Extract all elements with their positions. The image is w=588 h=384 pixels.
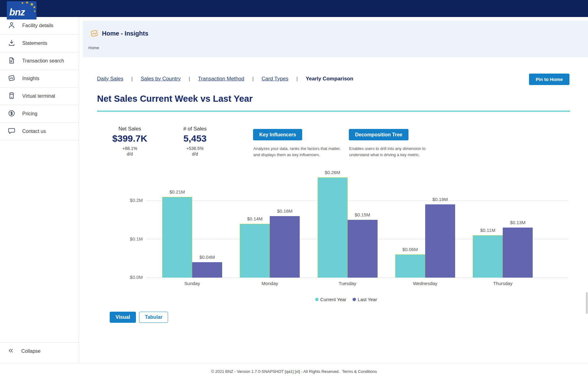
pricing-icon: [8, 109, 15, 118]
page-header: Home - Insights Home: [83, 21, 588, 57]
sidebar-item-transaction-search[interactable]: Transaction search: [0, 52, 79, 70]
sidebar: Facility detailsStatementsTransaction se…: [0, 17, 79, 363]
tab-separator: [296, 76, 298, 82]
bar-last-year-thursday[interactable]: [503, 228, 533, 278]
kpi-number-of-sales: # of Sales 5,453 +536.5% d/d: [166, 126, 224, 156]
page-title: Net Sales Current Week vs Last Year: [97, 94, 252, 104]
sidebar-item-label: Facility details: [22, 23, 53, 28]
sidebar-item-label: Pricing: [22, 111, 37, 117]
decomposition-tree-description: Enables users to drill into any dimensio…: [349, 146, 439, 158]
bar-current-year-thursday[interactable]: [473, 235, 503, 278]
bar-last-year-monday[interactable]: [270, 216, 300, 278]
y-axis-tick-label: $0.0M: [130, 275, 143, 280]
bar-current-year-wednesday[interactable]: [395, 254, 425, 278]
kpi-label: Net Sales: [100, 126, 159, 132]
bar-last-year-tuesday[interactable]: [348, 220, 378, 278]
statements-icon: [8, 39, 15, 48]
sidebar-item-label: Insights: [22, 76, 39, 81]
bar-current-year-monday[interactable]: [240, 224, 270, 278]
logo-star-icon: ★: [25, 1, 29, 4]
sidebar-item-label: Contact us: [22, 129, 46, 134]
collapse-label: Collapse: [21, 348, 40, 354]
view-toggle: Visual Tabular: [110, 312, 168, 323]
footer-copyright-text: © 2021 BNZ - Version 1.7.0-SNAPSHOT [qa1…: [211, 369, 340, 374]
legend-dot-icon: [353, 298, 356, 301]
bnz-logo-text: bnz: [9, 7, 25, 18]
tab-yearly-comparison[interactable]: Yearly Comparison: [306, 76, 353, 82]
sidebar-item-insights[interactable]: Insights: [0, 70, 79, 87]
terms-and-conditions-link[interactable]: Terms & Conditions: [342, 369, 377, 374]
bar-value-label: $0.11M: [469, 228, 506, 233]
pin-to-home-button[interactable]: Pin to Home: [529, 74, 569, 85]
chart-legend: Current YearLast Year: [121, 297, 572, 302]
sidebar-item-label: Transaction search: [22, 58, 64, 64]
legend-label: Last Year: [358, 297, 377, 302]
sidebar-item-contact-us[interactable]: Contact us: [0, 123, 79, 140]
kpi-label: # of Sales: [166, 126, 224, 132]
description-line: understand what is driving a key metric.: [349, 152, 439, 158]
scrollbar-thumb[interactable]: [586, 292, 588, 314]
kpi-period: d/d: [100, 151, 159, 156]
bar-value-label: $0.13M: [499, 220, 536, 225]
description-line: Enables users to drill into any dimensio…: [349, 146, 439, 152]
tab-daily-sales[interactable]: Daily Sales: [97, 76, 123, 82]
x-axis-category-label: Wednesday: [395, 281, 455, 286]
chart-plot: $0.21M$0.04MSunday$0.14M$0.16MMonday$0.2…: [146, 160, 569, 278]
kpi-delta: +88.1%: [100, 146, 159, 151]
kpi-value: $399.7K: [100, 133, 159, 144]
tab-separator: [131, 76, 133, 82]
sidebar-item-facility-details[interactable]: Facility details: [0, 17, 79, 35]
sidebar-item-pricing[interactable]: Pricing: [0, 105, 79, 123]
sidebar-item-virtual-terminal[interactable]: Virtual terminal: [0, 87, 79, 105]
sidebar-item-label: Virtual terminal: [22, 93, 55, 99]
yearly-comparison-bar-chart: $0.0M$0.1M$0.2M $0.21M$0.04MSunday$0.14M…: [121, 160, 572, 312]
x-axis-category-label: Tuesday: [318, 281, 378, 286]
tabular-view-button[interactable]: Tabular: [139, 312, 168, 323]
bar-current-year-sunday[interactable]: [162, 197, 192, 278]
terminal-icon: [8, 92, 15, 101]
legend-item-current-year[interactable]: Current Year: [315, 297, 346, 302]
bar-value-label: $0.21M: [159, 189, 196, 194]
bar-value-label: $0.19M: [421, 197, 459, 202]
breadcrumb[interactable]: Home: [88, 45, 99, 50]
tab-transaction-method[interactable]: Transaction Method: [198, 76, 244, 82]
legend-dot-icon: [315, 298, 319, 301]
legend-item-last-year[interactable]: Last Year: [353, 297, 377, 302]
contact-icon: [8, 127, 15, 136]
bar-current-year-tuesday[interactable]: [318, 177, 348, 278]
sidebar-collapse-button[interactable]: Collapse: [0, 342, 79, 360]
bar-value-label: $0.06M: [391, 247, 429, 252]
logo-star-icon: ★: [21, 2, 24, 5]
x-axis-category-label: Sunday: [162, 281, 222, 286]
decomposition-tree-button[interactable]: Decomposition Tree: [349, 129, 408, 140]
footer: © 2021 BNZ - Version 1.7.0-SNAPSHOT [qa1…: [0, 363, 588, 384]
kpi-period: d/d: [166, 151, 224, 156]
visual-view-button[interactable]: Visual: [110, 312, 136, 323]
transaction-search-icon: [8, 57, 15, 66]
key-influencers-button[interactable]: Key Influencers: [253, 129, 302, 140]
tab-sales-by-country[interactable]: Sales by Country: [141, 76, 180, 82]
page-header-title: Home - Insights: [102, 30, 148, 37]
insights-icon: [8, 74, 15, 83]
bar-value-label: $0.15M: [344, 212, 381, 217]
kpi-value: 5,453: [166, 133, 224, 144]
bnz-logo[interactable]: bnz ★ ★ ★ ★ ★: [7, 1, 36, 19]
x-axis-category-label: Thursday: [473, 281, 533, 286]
bar-last-year-wednesday[interactable]: [425, 204, 455, 278]
sidebar-item-statements[interactable]: Statements: [0, 35, 79, 52]
top-navbar: [0, 0, 588, 17]
bar-value-label: $0.26M: [314, 170, 351, 175]
sidebar-item-label: Statements: [22, 41, 47, 46]
insights-icon: [90, 29, 99, 38]
x-axis-category-label: Monday: [240, 281, 300, 286]
logo-star-icon: ★: [33, 6, 36, 9]
tab-card-types[interactable]: Card Types: [262, 76, 289, 82]
bar-last-year-sunday[interactable]: [192, 262, 222, 278]
teal-divider: [97, 111, 570, 112]
description-line: Analyzes your data, ranks the factors th…: [253, 146, 343, 152]
y-axis-tick-label: $0.1M: [130, 236, 143, 241]
tab-separator: [252, 76, 253, 82]
key-influencers-description: Analyzes your data, ranks the factors th…: [253, 146, 343, 158]
bar-value-label: $0.14M: [236, 216, 273, 221]
y-axis-tick-label: $0.2M: [130, 198, 143, 203]
